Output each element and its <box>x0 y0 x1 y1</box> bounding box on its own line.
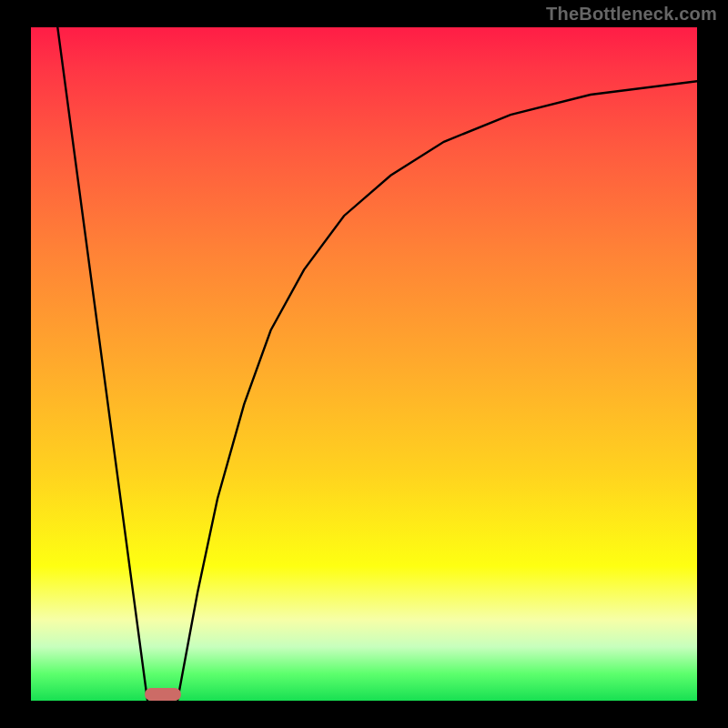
left-descent-line <box>57 27 147 701</box>
bottleneck-marker <box>145 688 181 701</box>
chart-frame: TheBottleneck.com <box>0 0 728 728</box>
watermark-text: TheBottleneck.com <box>546 4 717 25</box>
right-ascent-curve <box>177 81 697 701</box>
curve-layer <box>31 27 697 701</box>
